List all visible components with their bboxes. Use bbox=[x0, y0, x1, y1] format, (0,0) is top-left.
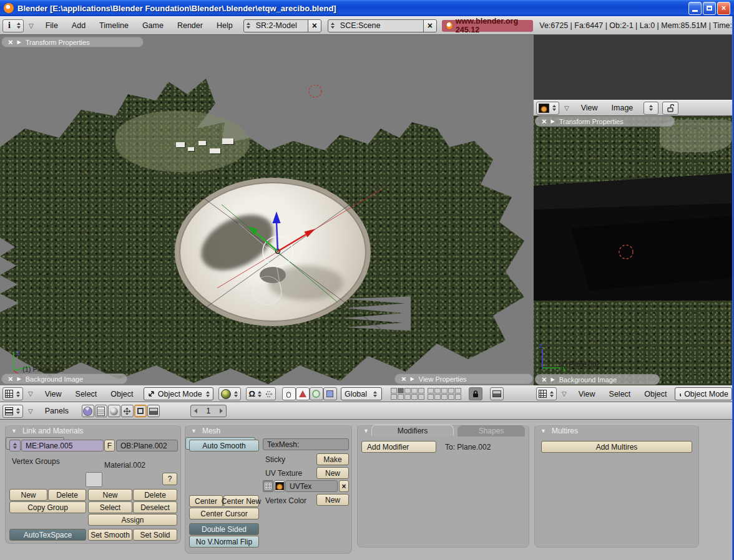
object-name-field[interactable]: OB:Plane.002 bbox=[116, 440, 178, 451]
menu-add[interactable]: Add bbox=[72, 21, 86, 30]
background-image-panel-collapsed[interactable]: × ▶ Background Image bbox=[1, 374, 127, 384]
layer-group-2[interactable] bbox=[428, 388, 461, 400]
logic-context-button[interactable] bbox=[82, 405, 94, 417]
panel-expand-icon[interactable]: ▶ bbox=[551, 118, 555, 124]
assign-button[interactable]: Assign bbox=[88, 514, 177, 526]
draw-type-dropdown[interactable] bbox=[218, 387, 241, 400]
scene-selector[interactable]: SCE:Scene × bbox=[328, 19, 437, 32]
menu-help[interactable]: Help bbox=[217, 21, 233, 30]
deselect-button[interactable]: Deselect bbox=[133, 501, 177, 513]
uvtex-delete-button[interactable]: × bbox=[339, 480, 349, 492]
panel-header[interactable]: ▼ Mesh bbox=[185, 425, 351, 437]
set-solid-button[interactable]: Set Solid bbox=[133, 529, 177, 541]
render-preview-button[interactable] bbox=[490, 387, 504, 400]
transform-properties-panel-collapsed[interactable]: × ▶ Transform Properties bbox=[535, 116, 675, 127]
frame-number-field[interactable]: 1 bbox=[190, 405, 227, 417]
panel-collapse-icon[interactable]: ▼ bbox=[11, 428, 17, 434]
no-vnormal-flip-toggle[interactable]: No V.Normal Flip bbox=[189, 536, 259, 548]
scene-close-button[interactable]: × bbox=[423, 20, 436, 32]
update-lock-button[interactable] bbox=[662, 102, 678, 115]
menu-view[interactable]: View bbox=[579, 390, 595, 398]
menu-view[interactable]: View bbox=[45, 390, 62, 398]
uvtex-grid-toggle[interactable] bbox=[263, 480, 273, 492]
tab-shapes[interactable]: Shapes bbox=[458, 425, 525, 437]
menu-image[interactable]: Image bbox=[612, 104, 634, 112]
fake-user-button[interactable]: F bbox=[104, 440, 115, 451]
center-new-button[interactable]: Center New bbox=[223, 495, 259, 507]
auto-smooth-toggle[interactable]: Auto Smooth bbox=[189, 440, 259, 451]
add-multires-button[interactable]: Add Multires bbox=[541, 441, 692, 453]
vertex-color-new-button[interactable]: New bbox=[316, 494, 349, 506]
increment-icon[interactable] bbox=[220, 408, 223, 413]
panel-header[interactable]: ▼ Link and Materials bbox=[6, 425, 180, 437]
screen-close-button[interactable]: × bbox=[308, 20, 321, 32]
editor-type-button-image[interactable] bbox=[536, 102, 559, 115]
image-browse-button[interactable] bbox=[643, 102, 658, 115]
close-button[interactable]: × bbox=[717, 2, 730, 15]
window-titlebar[interactable]: Blender [E:\applications\Blender Foundat… bbox=[0, 0, 734, 16]
panel-close-icon[interactable]: × bbox=[401, 375, 406, 383]
orientation-dropdown[interactable]: Global bbox=[341, 387, 382, 400]
panel-collapse-icon[interactable]: ▼ bbox=[191, 428, 197, 434]
sticky-make-button[interactable]: Make bbox=[316, 453, 349, 465]
object-context-button[interactable] bbox=[121, 405, 134, 417]
header-collapse-icon[interactable]: ▽ bbox=[28, 408, 33, 415]
material-delete-button[interactable]: Delete bbox=[133, 489, 177, 501]
menu-file[interactable]: File bbox=[46, 21, 58, 30]
menu-select[interactable]: Select bbox=[76, 390, 97, 398]
panel-close-icon[interactable]: × bbox=[542, 117, 547, 125]
mesh-browse-button[interactable] bbox=[9, 440, 21, 451]
texmesh-field[interactable]: TexMesh: bbox=[263, 438, 349, 450]
layer-group-1[interactable] bbox=[391, 388, 424, 400]
editor-type-button-3dview[interactable] bbox=[2, 387, 23, 400]
double-sided-toggle[interactable]: Double Sided bbox=[189, 523, 259, 535]
vgroup-delete-button[interactable]: Delete bbox=[48, 489, 86, 501]
center-button[interactable]: Center bbox=[189, 495, 223, 507]
background-image-panel-collapsed[interactable]: × ▶ Background Image bbox=[535, 374, 660, 385]
panel-expand-icon[interactable]: ▶ bbox=[411, 376, 414, 382]
autotexspace-toggle[interactable]: AutoTexSpace bbox=[9, 529, 86, 541]
panel-collapse-icon[interactable]: ▼ bbox=[541, 428, 546, 434]
uv-texture-new-button[interactable]: New bbox=[316, 467, 349, 479]
mode-dropdown[interactable]: Object Mode bbox=[675, 387, 732, 400]
minimize-button[interactable] bbox=[688, 2, 702, 15]
material-help-button[interactable]: ? bbox=[162, 473, 177, 485]
editor-type-button-buttons[interactable] bbox=[2, 405, 23, 418]
menu-object[interactable]: Object bbox=[110, 390, 133, 398]
panel-close-icon[interactable]: × bbox=[8, 375, 13, 383]
uvtex-name-field[interactable]: UVTex bbox=[285, 480, 338, 492]
select-button[interactable]: Select bbox=[88, 501, 132, 513]
editor-type-button-info[interactable]: i bbox=[2, 19, 24, 32]
mode-dropdown[interactable]: Object Mode bbox=[144, 387, 213, 400]
vgroup-new-button[interactable]: New bbox=[9, 489, 47, 501]
transform-properties-panel-collapsed[interactable]: × ▶ Transform Properties bbox=[1, 37, 144, 47]
panel-expand-icon[interactable]: ▶ bbox=[17, 39, 21, 45]
lock-layers-button[interactable] bbox=[469, 387, 482, 400]
viewport-3d-main[interactable]: z (1) Plane.002 × ▶ Transform Properties… bbox=[0, 35, 534, 385]
menu-view[interactable]: View bbox=[581, 104, 598, 112]
view-properties-panel-collapsed[interactable]: × ▶ View Properties bbox=[394, 374, 533, 384]
material-color-swatch[interactable] bbox=[86, 472, 102, 487]
rotate-manipulator-toggle[interactable] bbox=[310, 387, 323, 400]
editor-type-button-3dview[interactable] bbox=[536, 387, 557, 400]
menu-timeline[interactable]: Timeline bbox=[99, 21, 129, 30]
uvtex-image-toggle[interactable] bbox=[274, 480, 285, 492]
uv-image-editor-canvas[interactable] bbox=[534, 35, 732, 100]
tab-modifiers[interactable]: Modifiers bbox=[371, 425, 454, 436]
panel-expand-icon[interactable]: ▶ bbox=[17, 376, 21, 382]
panel-expand-icon[interactable]: ▶ bbox=[551, 377, 555, 382]
panel-close-icon[interactable]: × bbox=[542, 375, 547, 384]
manipulator-toggle[interactable] bbox=[282, 387, 296, 400]
add-modifier-dropdown[interactable]: Add Modifier bbox=[361, 441, 436, 453]
menu-render[interactable]: Render bbox=[177, 21, 203, 30]
panel-close-icon[interactable]: × bbox=[8, 38, 13, 46]
material-new-button[interactable]: New bbox=[88, 489, 132, 501]
header-collapse-icon[interactable]: ▽ bbox=[562, 390, 567, 397]
script-context-button[interactable] bbox=[95, 405, 107, 417]
menu-object[interactable]: Object bbox=[644, 390, 667, 398]
scene-context-button[interactable] bbox=[147, 405, 160, 417]
menu-game[interactable]: Game bbox=[142, 21, 164, 30]
pivot-dropdown[interactable]: Ω bbox=[246, 387, 275, 400]
panel-collapse-icon[interactable]: ▼ bbox=[363, 428, 369, 434]
center-cursor-button[interactable]: Center Cursor bbox=[189, 508, 259, 519]
